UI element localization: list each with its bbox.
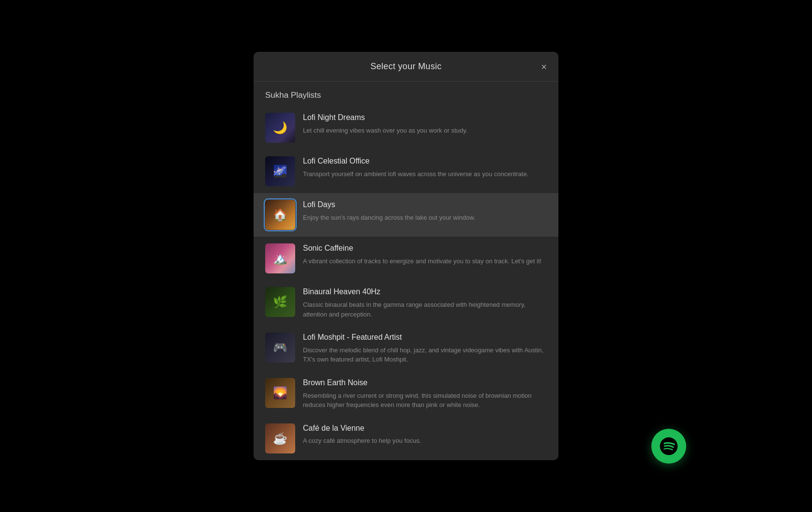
playlist-info: Lofi Night Dreams Let chill evening vibe… xyxy=(303,113,547,135)
playlist-name: Lofi Night Dreams xyxy=(303,113,547,123)
playlist-description: Enjoy the sun's rays dancing across the … xyxy=(303,213,547,223)
music-modal: Select your Music × Sukha Playlists Lofi… xyxy=(254,52,558,460)
playlist-item[interactable]: Lofi Moshpit - Featured Artist Discover … xyxy=(254,326,558,371)
playlist-name: Lofi Moshpit - Featured Artist xyxy=(303,332,547,343)
playlist-item[interactable]: Brown Earth Noise Resembling a river cur… xyxy=(254,371,558,417)
playlist-info: Lofi Celestial Office Transport yourself… xyxy=(303,156,547,179)
close-button[interactable]: × xyxy=(539,60,549,74)
playlist-description: Classic binaural beats in the gamma rang… xyxy=(303,300,547,319)
playlist-thumbnail xyxy=(265,243,295,273)
spotify-button[interactable] xyxy=(651,429,686,464)
playlist-description: Transport yourself on ambient lofi waves… xyxy=(303,169,547,179)
playlist-name: Lofi Celestial Office xyxy=(303,156,547,166)
playlist-name: Sonic Caffeine xyxy=(303,243,547,254)
playlist-thumbnail xyxy=(265,200,295,230)
playlist-item[interactable]: Lofi Night Dreams Let chill evening vibe… xyxy=(254,106,558,150)
playlist-item[interactable]: Lofi Days Enjoy the sun's rays dancing a… xyxy=(254,193,558,237)
playlist-thumbnail xyxy=(265,156,295,186)
spotify-icon xyxy=(658,436,679,457)
playlist-list: Lofi Night Dreams Let chill evening vibe… xyxy=(254,106,558,460)
playlist-name: Café de la Vienne xyxy=(303,423,547,434)
playlist-info: Lofi Days Enjoy the sun's rays dancing a… xyxy=(303,200,547,222)
playlist-item[interactable]: Café de la Vienne A cozy café atmosphere… xyxy=(254,417,558,460)
playlist-info: Sonic Caffeine A vibrant collection of t… xyxy=(303,243,547,266)
playlist-description: Resembling a river current or strong win… xyxy=(303,391,547,410)
playlist-description: A cozy café atmosphere to help you focus… xyxy=(303,436,547,446)
playlist-item[interactable]: Binaural Heaven 40Hz Classic binaural be… xyxy=(254,280,558,326)
playlist-thumbnail xyxy=(265,113,295,143)
playlist-thumbnail xyxy=(265,332,295,362)
playlist-thumbnail xyxy=(265,378,295,408)
section-title: Sukha Playlists xyxy=(254,82,558,106)
modal-body: Sukha Playlists Lofi Night Dreams Let ch… xyxy=(254,82,558,460)
playlist-item[interactable]: Sonic Caffeine A vibrant collection of t… xyxy=(254,237,558,280)
playlist-description: A vibrant collection of tracks to energi… xyxy=(303,256,547,266)
playlist-description: Discover the melodic blend of chill hop,… xyxy=(303,346,547,364)
playlist-info: Lofi Moshpit - Featured Artist Discover … xyxy=(303,332,547,364)
playlist-item[interactable]: Lofi Celestial Office Transport yourself… xyxy=(254,150,558,193)
playlist-info: Binaural Heaven 40Hz Classic binaural be… xyxy=(303,287,547,319)
playlist-thumbnail xyxy=(265,287,295,317)
modal-header: Select your Music × xyxy=(254,52,558,82)
playlist-name: Binaural Heaven 40Hz xyxy=(303,287,547,297)
playlist-name: Brown Earth Noise xyxy=(303,378,547,388)
modal-overlay: Select your Music × Sukha Playlists Lofi… xyxy=(0,0,812,512)
playlist-info: Café de la Vienne A cozy café atmosphere… xyxy=(303,423,547,446)
playlist-name: Lofi Days xyxy=(303,200,547,210)
modal-title: Select your Music xyxy=(370,61,441,72)
playlist-description: Let chill evening vibes wash over you as… xyxy=(303,126,547,136)
playlist-thumbnail xyxy=(265,423,295,453)
playlist-info: Brown Earth Noise Resembling a river cur… xyxy=(303,378,547,410)
